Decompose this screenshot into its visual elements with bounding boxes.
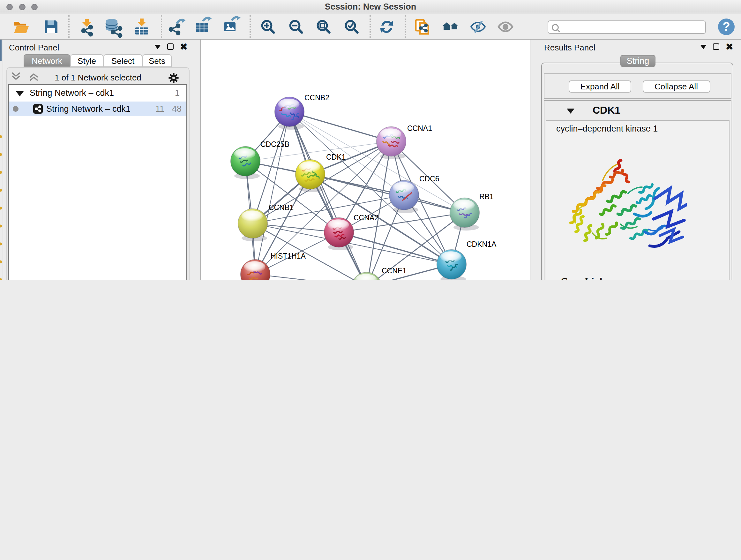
- svg-text:CCNA1: CCNA1: [407, 124, 432, 132]
- svg-text:RB1: RB1: [479, 192, 494, 201]
- svg-text:HIST1H1A: HIST1H1A: [271, 252, 306, 260]
- svg-text:CCNA2: CCNA2: [354, 213, 379, 222]
- svg-text:CDC6: CDC6: [419, 175, 440, 183]
- svg-text:CCNE1: CCNE1: [382, 266, 407, 275]
- svg-text:CDC25B: CDC25B: [260, 140, 289, 148]
- svg-text:CCNB2: CCNB2: [305, 94, 329, 102]
- svg-text:CDK1: CDK1: [326, 153, 346, 161]
- svg-text:CDKN1A: CDKN1A: [467, 240, 496, 248]
- svg-text:CCNB1: CCNB1: [269, 203, 293, 212]
